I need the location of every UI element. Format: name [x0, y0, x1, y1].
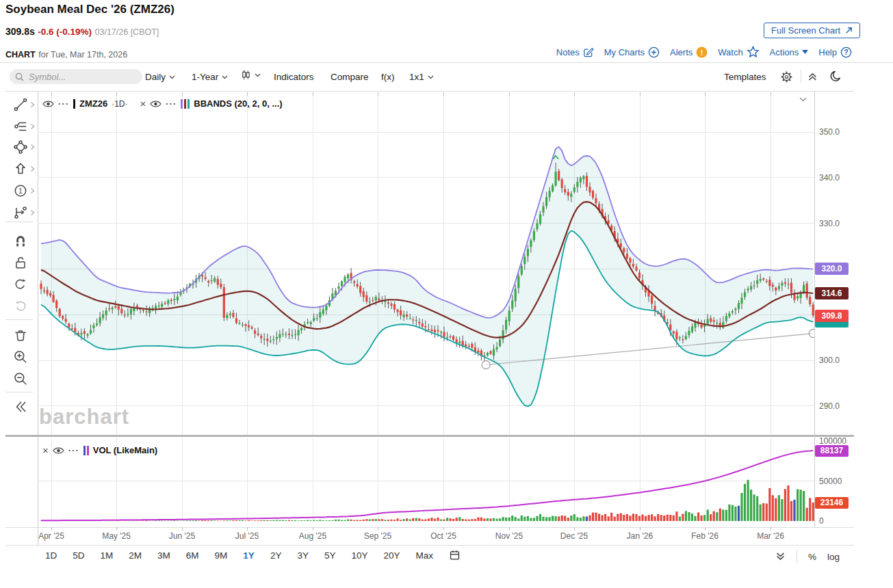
- help-link[interactable]: Help ?: [818, 46, 852, 58]
- help-icon: ?: [840, 46, 852, 58]
- month-tick: [771, 527, 771, 531]
- annotation-tool-submenu-arrow[interactable]: [30, 123, 35, 130]
- magnet-tool[interactable]: [13, 233, 28, 248]
- range-button-1y[interactable]: 1Y: [243, 550, 255, 561]
- chevron-down-icon: [222, 75, 228, 79]
- arrow-tool[interactable]: [13, 161, 28, 176]
- trendline-tool-submenu-arrow[interactable]: [30, 101, 35, 108]
- collapse-toolbar[interactable]: [13, 399, 28, 414]
- bb-middle-badge: 314.6: [815, 287, 849, 299]
- legend-bbands: BBANDS (20, 2, 0, ...): [194, 98, 282, 109]
- range-button-2m[interactable]: 2M: [129, 550, 142, 561]
- compare-button[interactable]: Compare: [331, 72, 369, 82]
- price-tick-label: 330.0: [819, 219, 840, 228]
- shapes-tool-submenu-arrow[interactable]: [30, 144, 35, 150]
- star-icon: [747, 46, 760, 58]
- alerts-link[interactable]: Alerts !: [670, 46, 708, 58]
- range-button-2y[interactable]: 2Y: [270, 550, 282, 561]
- month-label: May '25: [92, 531, 140, 541]
- more-options-icon[interactable]: ···: [166, 101, 177, 107]
- sidebar-divider: [5, 392, 33, 392]
- annotation-tool[interactable]: [13, 119, 28, 134]
- month-tick: [640, 527, 640, 531]
- gear-icon: [780, 70, 793, 83]
- trendline-tool[interactable]: [13, 97, 28, 112]
- close-icon[interactable]: ×: [42, 446, 49, 455]
- volume-tick-label: 50000: [819, 477, 842, 486]
- more-options-icon[interactable]: ···: [58, 101, 69, 107]
- shapes-tool[interactable]: [13, 139, 28, 155]
- range-button-1m[interactable]: 1M: [101, 550, 114, 561]
- legend-symbol: ZMZ26: [79, 98, 107, 109]
- log-scale-button[interactable]: log: [827, 552, 840, 562]
- dark-mode-toggle[interactable]: [829, 70, 842, 82]
- range-button-6m[interactable]: 6M: [186, 550, 199, 561]
- collapse-panel-button[interactable]: [807, 72, 818, 81]
- full-screen-chart-label: Full Screen Chart: [771, 25, 840, 36]
- pane-chevron-icon[interactable]: [799, 97, 807, 102]
- templates-button[interactable]: Templates: [724, 72, 766, 82]
- period-dropdown[interactable]: Daily: [145, 72, 175, 82]
- range-button-5y[interactable]: 5Y: [324, 550, 336, 561]
- arrow-tool-submenu-arrow[interactable]: [30, 165, 35, 172]
- percent-scale-button[interactable]: %: [808, 552, 816, 562]
- my-charts-link[interactable]: My Charts: [604, 46, 660, 58]
- calendar-icon[interactable]: [449, 549, 461, 561]
- price-tick-label: 340.0: [819, 173, 840, 183]
- pane-resize-handle[interactable]: [5, 435, 854, 437]
- actions-label: Actions: [770, 47, 799, 57]
- month-label: Apr '25: [27, 531, 75, 541]
- month-label: Jun '25: [158, 531, 206, 541]
- double-chevron-down-icon[interactable]: [775, 552, 786, 561]
- unlock-tool[interactable]: [13, 255, 28, 270]
- chevron-down-icon: [255, 73, 261, 77]
- close-icon[interactable]: ×: [140, 99, 146, 108]
- undo-tool[interactable]: [13, 277, 28, 292]
- settings-button[interactable]: [780, 70, 793, 83]
- grid-layout-dropdown[interactable]: 1x1: [409, 72, 434, 82]
- full-screen-chart-button[interactable]: Full Screen Chart: [764, 23, 860, 38]
- vol-swatches: [83, 446, 89, 455]
- indicators-label: Indicators: [274, 72, 314, 82]
- price-tick-label: 290.0: [819, 401, 840, 411]
- delete-tool[interactable]: [13, 328, 28, 343]
- range-button-3y[interactable]: 3Y: [297, 550, 309, 561]
- range-dropdown[interactable]: 1-Year: [192, 72, 228, 82]
- number-annotation-tool[interactable]: 1: [13, 183, 28, 198]
- symbol-search-input[interactable]: Symbol...: [10, 69, 142, 84]
- month-tick: [51, 527, 52, 531]
- zoom-out-tool[interactable]: [13, 371, 28, 386]
- app: Soybean Meal Dec '26 (ZMZ26) 309.8s -0.6…: [0, 0, 893, 588]
- date-exchange: 03/17/26 [CBOT]: [95, 27, 159, 37]
- range-button-20y[interactable]: 20Y: [383, 550, 400, 561]
- indicators-button[interactable]: Indicators: [274, 72, 314, 82]
- compare-label: Compare: [331, 72, 369, 82]
- actions-link[interactable]: Actions: [770, 47, 809, 57]
- caret-down-icon: [802, 50, 808, 54]
- page-title: Soybean Meal Dec '26 (ZMZ26): [5, 3, 174, 16]
- fx-button[interactable]: f(x): [381, 72, 395, 82]
- more-options-icon[interactable]: ···: [68, 447, 79, 454]
- chart-type-dropdown[interactable]: [241, 69, 261, 81]
- redo-tool[interactable]: [13, 299, 28, 314]
- notes-link[interactable]: Notes: [556, 46, 594, 57]
- range-button-9m[interactable]: 9M: [215, 550, 228, 561]
- range-button-5d[interactable]: 5D: [73, 550, 84, 561]
- measure-tool-submenu-arrow[interactable]: [30, 209, 35, 216]
- measure-tool[interactable]: [13, 205, 28, 220]
- watch-link[interactable]: Watch: [718, 46, 759, 58]
- number-annotation-tool-submenu-arrow[interactable]: [30, 187, 35, 194]
- eye-icon[interactable]: [42, 100, 54, 108]
- main-chart-svg[interactable]: [38, 92, 814, 436]
- range-button-1d[interactable]: 1D: [45, 550, 57, 561]
- range-button-10y[interactable]: 10Y: [351, 550, 367, 561]
- zoom-in-tool[interactable]: [13, 349, 28, 364]
- range-button-3m[interactable]: 3M: [157, 550, 170, 561]
- range-button-max[interactable]: Max: [415, 550, 433, 561]
- period-label: Daily: [145, 72, 166, 82]
- eye-icon[interactable]: [150, 100, 161, 108]
- alert-icon: !: [696, 46, 708, 58]
- month-label: Jan '26: [616, 531, 664, 541]
- grid-layout-label: 1x1: [409, 72, 424, 82]
- eye-icon[interactable]: [53, 446, 64, 455]
